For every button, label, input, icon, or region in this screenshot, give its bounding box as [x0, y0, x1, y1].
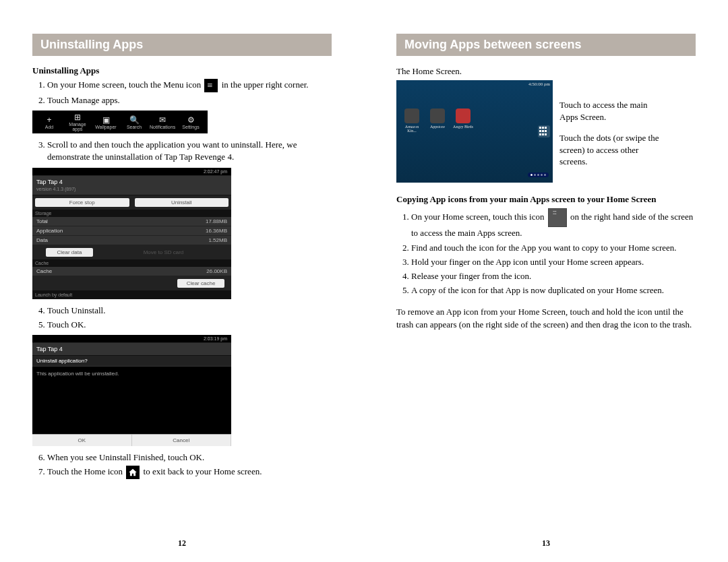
- screenshot-home-screen: 4:50:00 pm Amazon Kin... Appstore Angry …: [396, 80, 553, 183]
- home-screen-annotations: Touch to access the main Apps Screen. To…: [559, 80, 667, 168]
- step-7: Touch the Home icon to exit back to your…: [47, 466, 332, 479]
- screenshot-toolbar: +Add ⊞Manage apps ▣Wallpaper 🔍Search ✉No…: [32, 111, 208, 133]
- apps-grid-icon: [548, 208, 567, 227]
- copy-step-1: On your Home screen, touch this icon on …: [411, 208, 696, 239]
- step-1-text-a: On your Home screen, touch the Menu icon: [47, 80, 201, 90]
- step-1: On your Home screen, touch the Menu icon…: [47, 79, 332, 92]
- section-header-uninstalling: Uninstalling Apps: [32, 34, 332, 56]
- page-13: Moving Apps between screens The Home Scr…: [364, 0, 728, 562]
- tb-notifications: ✉Notifications: [150, 115, 175, 129]
- status-bar: 2:02:47 pm: [32, 168, 231, 175]
- subheader-uninstalling: Uninstalling Apps: [32, 65, 332, 76]
- annotation-dots: Touch the dots (or swipe the screen) to …: [559, 132, 667, 168]
- tb-add: +Add: [36, 115, 62, 129]
- copy-steps: On your Home screen, touch this icon on …: [396, 208, 696, 296]
- subheader-copying: Copying App icons from your main Apps sc…: [396, 193, 696, 206]
- apps-grid-button[interactable]: [538, 125, 550, 137]
- uninstall-steps-3: Scroll to and then touch the application…: [32, 139, 332, 163]
- tb-wallpaper: ▣Wallpaper: [93, 115, 119, 129]
- screenshot-app-detail: 2:02:47 pm Tap Tap 4 version 4.1.3 (897)…: [32, 168, 231, 299]
- launch-by-default-label: Launch by default: [32, 290, 231, 299]
- confirm-title: Uninstall application?: [32, 356, 231, 367]
- row-cache: Cache26.00KB: [32, 267, 231, 276]
- row-data: Data1.52MB: [32, 236, 231, 245]
- app-header: Tap Tap 4 version 4.1.3 (897): [32, 175, 231, 195]
- clear-data-button[interactable]: Clear data: [46, 248, 93, 257]
- step-5: Touch OK.: [47, 319, 332, 331]
- copy-step-4: Release your finger from the icon.: [411, 270, 696, 282]
- step-6: When you see Uninstall Finished, touch O…: [47, 451, 332, 464]
- page-number-12: 12: [0, 538, 364, 549]
- force-stop-button[interactable]: Force stop: [35, 198, 129, 207]
- step-3: Scroll to and then touch the application…: [47, 139, 332, 163]
- app-amazon-kindle: Amazon Kin...: [402, 108, 422, 133]
- tb-manage-apps: ⊞Manage apps: [65, 113, 90, 131]
- step-2: Touch Manage apps.: [47, 94, 332, 106]
- home-status-bar: 4:50:00 pm: [396, 80, 553, 88]
- menu-icon: [204, 79, 218, 92]
- copy-step-5: A copy of the icon for that App is now d…: [411, 284, 696, 296]
- page-12: Uninstalling Apps Uninstalling Apps On y…: [0, 0, 364, 562]
- uninstall-button[interactable]: Uninstall: [135, 198, 229, 207]
- cancel-button[interactable]: Cancel: [132, 435, 232, 446]
- row-application: Application16.36MB: [32, 226, 231, 236]
- clear-cache-button[interactable]: Clear cache: [177, 279, 224, 288]
- page-number-13: 13: [364, 538, 728, 549]
- annotation-apps-screen: Touch to access the main Apps Screen.: [559, 99, 667, 123]
- app-appstore: Appstore: [427, 108, 448, 133]
- row-total: Total17.88MB: [32, 217, 231, 226]
- copy-step-1-text-a: On your Home screen, touch this icon: [411, 212, 544, 222]
- ok-button[interactable]: OK: [32, 435, 132, 446]
- step-1-text-b: in the upper right corner.: [222, 80, 309, 90]
- step-7-text-b: to exit back to your Home screen.: [144, 466, 262, 476]
- home-icon: [126, 466, 140, 479]
- copy-step-2: Find and touch the icon for the App you …: [411, 242, 696, 254]
- app-header-2: Tap Tap 4: [32, 342, 231, 356]
- uninstall-steps-6-7: When you see Uninstall Finished, touch O…: [32, 451, 332, 479]
- move-sd-button: Move to SD card: [96, 245, 231, 259]
- uninstall-steps: On your Home screen, touch the Menu icon…: [32, 79, 332, 106]
- screenshot-uninstall-confirm: 2:03:19 pm Tap Tap 4 Uninstall applicati…: [32, 335, 231, 446]
- remove-icon-paragraph: To remove an App icon from your Home Scr…: [396, 306, 696, 330]
- screen-dots[interactable]: [528, 173, 549, 177]
- copy-step-3: Hold your finger on the App icon until y…: [411, 256, 696, 268]
- home-screen-row: 4:50:00 pm Amazon Kin... Appstore Angry …: [396, 80, 696, 183]
- app-angry-birds: Angry Birds: [453, 108, 473, 133]
- step-7-text-a: Touch the Home icon: [47, 466, 123, 476]
- tb-search: 🔍Search: [121, 115, 147, 129]
- tb-settings: ⚙Settings: [178, 115, 204, 129]
- cache-label: Cache: [32, 259, 231, 267]
- storage-label: Storage: [32, 210, 231, 217]
- step-4: Touch Uninstall.: [47, 305, 332, 317]
- home-screen-label: The Home Screen.: [396, 65, 696, 77]
- status-bar-2: 2:03:19 pm: [32, 335, 231, 342]
- confirm-body: This application will be uninstalled.: [32, 367, 231, 434]
- section-header-moving: Moving Apps between screens: [396, 34, 696, 56]
- uninstall-steps-4-5: Touch Uninstall. Touch OK.: [32, 305, 332, 331]
